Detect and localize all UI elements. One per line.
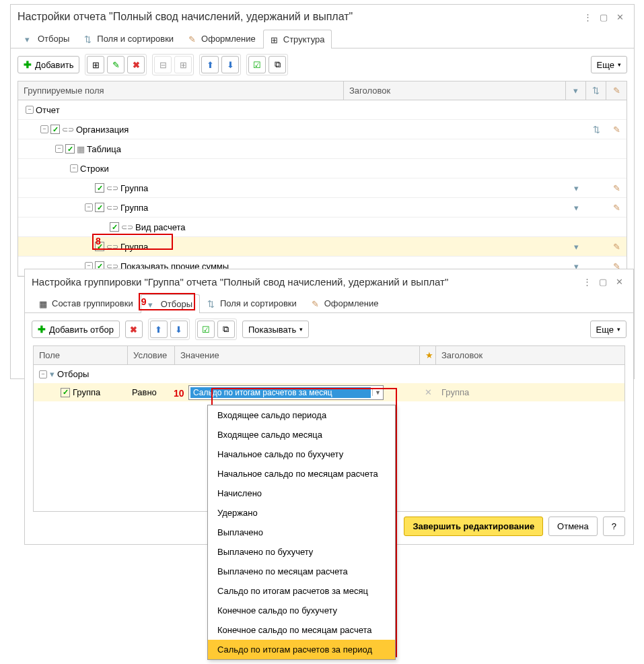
checkbox[interactable]: ✓: [61, 388, 70, 397]
add-filter-button[interactable]: ✚Добавить отбор: [32, 321, 120, 338]
down-button[interactable]: ⬇: [170, 321, 188, 338]
expand-icon[interactable]: −: [26, 106, 34, 114]
clear-icon[interactable]: ✕: [420, 387, 436, 397]
dropdown-item[interactable]: Начислено: [208, 484, 395, 503]
checkbox[interactable]: ✓: [110, 222, 119, 232]
expand-icon[interactable]: −: [70, 164, 78, 172]
checkbox[interactable]: ✓: [65, 144, 75, 154]
tab-filters[interactable]: ▾Отборы 9: [141, 294, 200, 313]
tab-structure[interactable]: ⊞Структура: [263, 30, 332, 48]
more-button[interactable]: Еще ▾: [590, 321, 627, 338]
tree-row[interactable]: ✓⊂⊃ Группа▾✎: [18, 178, 627, 198]
col-title[interactable]: Заголовок: [344, 81, 566, 100]
brush-icon[interactable]: ✎: [613, 183, 620, 193]
maximize-icon[interactable]: ▢: [596, 274, 610, 289]
tree-row[interactable]: − Строки: [18, 159, 627, 178]
expand-icon[interactable]: −: [55, 145, 63, 153]
expand-button[interactable]: ⊞: [174, 56, 192, 73]
dropdown-item[interactable]: Начальное сальдо по месяцам расчета: [208, 464, 395, 484]
filter-row[interactable]: ✓ Группа Равно 10 Сальдо по итогам расче…: [34, 383, 624, 401]
help-button[interactable]: ?: [603, 517, 625, 536]
col-title[interactable]: Заголовок: [436, 346, 624, 364]
check-button[interactable]: ☑: [197, 321, 215, 338]
brush-icon[interactable]: ✎: [613, 125, 620, 135]
tree-icon: ⊞: [271, 35, 280, 44]
col-condition[interactable]: Условие: [128, 346, 175, 364]
collapse-icon[interactable]: −: [39, 370, 47, 378]
dropdown-item[interactable]: Начальное сальдо по бухучету: [208, 444, 395, 464]
dropdown-item[interactable]: Удержано: [208, 503, 395, 523]
collapse-button[interactable]: ⊟: [154, 56, 172, 73]
checkbox[interactable]: ✓: [95, 203, 104, 212]
close-icon[interactable]: ✕: [612, 9, 627, 24]
menu-icon[interactable]: ⋮: [580, 9, 595, 24]
dropdown-item[interactable]: Выплачено по месяцам расчета: [208, 562, 395, 581]
delete-button[interactable]: ✖: [125, 321, 143, 338]
title-cell[interactable]: Группа: [436, 387, 624, 397]
col-star[interactable]: ★: [420, 346, 436, 364]
brush-icon[interactable]: ✎: [613, 203, 620, 213]
delete-button[interactable]: ✖: [127, 56, 145, 73]
tree-row[interactable]: −✓⊂⊃ Организация⇅✎: [18, 120, 627, 139]
dropdown-item[interactable]: Конечное сальдо по бухучету: [208, 601, 395, 620]
more-button[interactable]: Еще ▾: [591, 56, 627, 73]
dropdown-item[interactable]: Входящее сальдо периода: [208, 405, 395, 425]
col-style-icon[interactable]: ✎: [606, 81, 627, 100]
brush-icon: ✎: [312, 299, 321, 308]
group-button[interactable]: ⊞: [87, 56, 104, 73]
up-button[interactable]: ⬆: [201, 56, 219, 73]
funnel-icon[interactable]: ▾: [574, 203, 579, 213]
up-button[interactable]: ⬆: [150, 321, 168, 338]
dropdown-icon[interactable]: ▼: [372, 389, 383, 396]
tree-row[interactable]: − Отчет: [18, 100, 627, 120]
tab-style[interactable]: ✎Оформление: [304, 294, 386, 312]
tab-filters[interactable]: ▾Отборы: [17, 29, 77, 48]
tab-fields[interactable]: ⇅Поля и сортировки: [77, 29, 181, 48]
col-sort-icon[interactable]: ⇅: [586, 81, 606, 100]
checkbox[interactable]: ✓: [50, 125, 60, 134]
col-grouped-fields[interactable]: Группируемые поля: [18, 81, 344, 100]
group-icon: ⊂⊃: [106, 184, 118, 193]
show-button[interactable]: Показывать ▾: [242, 321, 309, 338]
group-icon: ⊂⊃: [106, 203, 118, 212]
down-button[interactable]: ⬇: [221, 56, 239, 73]
ok-button[interactable]: Завершить редактирование: [404, 517, 543, 536]
cancel-button[interactable]: Отмена: [548, 517, 598, 536]
tree-row[interactable]: −✓▦ Таблица: [18, 139, 627, 159]
dropdown-item[interactable]: Выплачено: [208, 523, 395, 542]
value-input[interactable]: Сальдо по итогам расчетов за месяц ▼: [188, 385, 384, 400]
window-title: Настройка группировки "Группа" отчета "П…: [32, 276, 578, 288]
funnel-icon[interactable]: ▾: [574, 183, 579, 193]
tab-style[interactable]: ✎Оформление: [181, 29, 263, 48]
tab-fields[interactable]: ⇅Поля и сортировки: [200, 294, 304, 312]
maximize-icon[interactable]: ▢: [596, 9, 611, 24]
dropdown-item[interactable]: Конечное сальдо по месяцам расчета: [208, 620, 395, 640]
funnel-icon[interactable]: ▾: [574, 242, 579, 252]
tab-composition[interactable]: ▦Состав группировки: [32, 294, 141, 312]
tree-row[interactable]: ✓⊂⊃ Группа▾✎: [18, 237, 627, 257]
tree-row[interactable]: ✓⊂⊃ Вид расчета: [18, 218, 627, 237]
menu-icon[interactable]: ⋮: [579, 274, 594, 289]
dropdown-item[interactable]: Выплачено по бухучету: [208, 542, 395, 562]
checkbox[interactable]: ✓: [95, 183, 104, 193]
copy-button[interactable]: ⧉: [269, 56, 286, 73]
add-button[interactable]: ✚Добавить: [17, 56, 79, 73]
condition-cell[interactable]: Равно: [128, 387, 175, 397]
copy-button[interactable]: ⧉: [217, 321, 235, 338]
dropdown-item[interactable]: Сальдо по итогам расчетов за период: [208, 640, 395, 659]
dropdown-item[interactable]: Сальдо по итогам расчетов за месяц: [208, 581, 395, 601]
expand-icon[interactable]: −: [40, 125, 48, 133]
col-value[interactable]: Значение: [175, 346, 420, 364]
col-filter-icon[interactable]: ▾: [566, 81, 586, 100]
brush-icon[interactable]: ✎: [613, 242, 620, 252]
col-field[interactable]: Поле: [34, 346, 128, 364]
dropdown-item[interactable]: Входящее сальдо месяца: [208, 425, 395, 444]
sort-icon[interactable]: ⇅: [593, 125, 600, 135]
edit-button[interactable]: ✎: [107, 56, 124, 73]
check-button[interactable]: ☑: [248, 56, 266, 73]
expand-icon[interactable]: −: [85, 203, 93, 211]
close-icon[interactable]: ✕: [612, 274, 627, 289]
tree-row[interactable]: −✓⊂⊃ Группа▾✎: [18, 198, 627, 218]
brush-icon: ✎: [188, 34, 198, 44]
filter-root[interactable]: − ▾ Отборы: [34, 365, 624, 383]
